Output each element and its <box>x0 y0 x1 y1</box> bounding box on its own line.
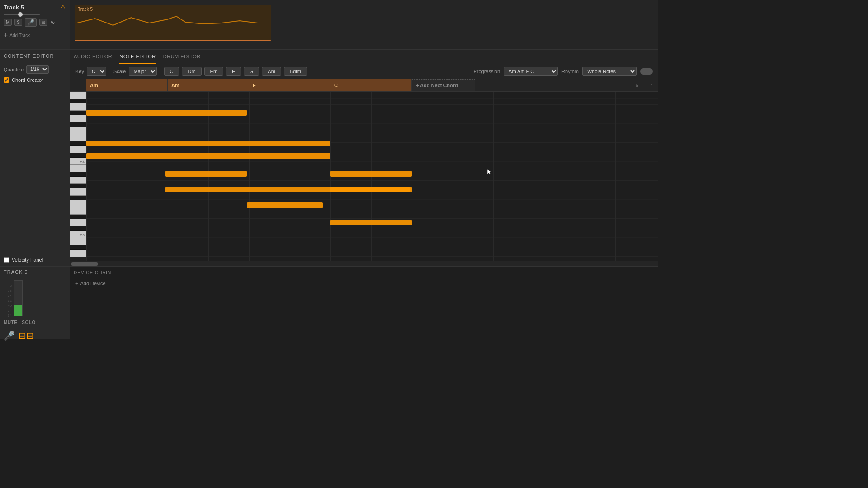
device-chain-header: DEVICE CHAIN <box>74 270 655 275</box>
chord-btn-Bdim[interactable]: Bdim <box>284 67 307 76</box>
mic-button[interactable]: 🎤 <box>25 18 37 27</box>
grid-h-line-6 <box>86 130 658 130</box>
tab-audio-editor[interactable]: AUDIO EDITOR <box>74 50 112 64</box>
piano-key-C#3[interactable] <box>70 226 86 231</box>
chord-btn-Am[interactable]: Am <box>262 67 281 76</box>
level-num-32: 32 <box>8 299 12 303</box>
chord-Am-2[interactable]: Am <box>168 79 249 91</box>
piano-key-C3[interactable]: C3 <box>70 231 86 238</box>
bottom-eq-icon[interactable]: ⊟⊟ <box>19 330 34 341</box>
add-track-plus[interactable]: + <box>4 31 8 39</box>
piano-key-C#4[interactable] <box>70 153 86 158</box>
note-bar-0[interactable] <box>86 110 247 116</box>
chord-btn-F[interactable]: F <box>226 67 241 76</box>
horizontal-scrollbar[interactable] <box>70 261 658 266</box>
piano-key-B2[interactable] <box>70 238 86 245</box>
piano-key-Bb2[interactable] <box>70 245 86 250</box>
toggle-switch[interactable] <box>640 68 653 75</box>
piano-key-F4[interactable] <box>70 127 86 134</box>
piano-key-Bb3[interactable] <box>70 172 86 177</box>
bottom-mute-btn[interactable]: MUTE <box>4 320 17 325</box>
scale-select[interactable]: MajorMinor <box>129 67 157 76</box>
chord-btn-Dm[interactable]: Dm <box>182 67 201 76</box>
velocity-panel-checkbox[interactable] <box>4 257 9 263</box>
chord-Am-1[interactable]: Am <box>86 79 168 91</box>
piano-key-D3[interactable] <box>70 219 86 226</box>
piano-key-Bb4[interactable] <box>70 99 86 103</box>
piano-key-G4[interactable] <box>70 115 86 122</box>
level-num-24: 24 <box>8 294 12 298</box>
track-title-row: Track 5 ⚠ <box>4 4 66 11</box>
scale-section: Scale MajorMinor <box>113 67 157 76</box>
key-select[interactable]: CDEFGAB <box>87 67 106 76</box>
chord-btn-G[interactable]: G <box>244 67 259 76</box>
piano-key-A4[interactable] <box>70 103 86 111</box>
note-bar-3[interactable] <box>165 171 247 177</box>
level-num-54: 54 <box>8 309 12 313</box>
piano-key-D4[interactable] <box>70 146 86 153</box>
notes-grid[interactable] <box>86 92 658 261</box>
mute-button[interactable]: M <box>4 19 12 26</box>
rhythm-select[interactable]: Whole Notes Half Notes Quarter Notes <box>582 67 637 76</box>
piano-key-Eb4[interactable] <box>70 141 86 146</box>
note-bar-6[interactable] <box>330 171 412 177</box>
tab-drum-editor[interactable]: DRUM EDITOR <box>163 50 201 64</box>
chord-btn-C[interactable]: C <box>164 67 179 76</box>
level-num-40: 40 <box>8 304 12 308</box>
grid-h-line-24 <box>86 244 658 244</box>
solo-button[interactable]: S <box>14 19 22 26</box>
piano-key-E3[interactable] <box>70 207 86 215</box>
bottom-solo-btn[interactable]: SOLO <box>22 320 35 325</box>
bottom-mic-icon[interactable]: 🎤 <box>4 330 15 341</box>
piano-key-F3[interactable] <box>70 200 86 207</box>
add-track-label: Add Track <box>9 33 30 38</box>
grid-v-line-12 <box>575 92 575 261</box>
velocity-panel-label: Velocity Panel <box>12 257 43 263</box>
piano-key-A2[interactable] <box>70 250 86 257</box>
note-bar-2[interactable] <box>86 153 330 159</box>
track-clip[interactable]: Track 5 <box>75 5 271 41</box>
grid-h-line-16 <box>86 193 658 193</box>
track-timeline[interactable]: Track 5 <box>70 0 658 49</box>
rhythm-label: Rhythm <box>561 69 579 74</box>
piano-keys: .pk-white { height:16px; background:#ccc… <box>70 92 86 261</box>
eq-button[interactable]: ⊟ <box>39 19 47 26</box>
bar-number-6: 6 <box>630 79 644 91</box>
piano-key-Ab3[interactable] <box>70 184 86 188</box>
piano-key-F#3[interactable] <box>70 196 86 200</box>
progression-select[interactable]: Am Am F C <box>504 67 558 76</box>
chord-creator-checkbox[interactable] <box>4 77 9 83</box>
grid-v-line-9 <box>453 92 453 261</box>
note-bar-5[interactable] <box>247 202 323 208</box>
piano-key-F#4[interactable] <box>70 122 86 127</box>
piano-key-G3[interactable] <box>70 188 86 196</box>
chord-C[interactable]: C <box>330 79 412 91</box>
note-bar-7[interactable] <box>330 187 412 192</box>
note-bar-8[interactable] <box>330 220 412 225</box>
add-device-button[interactable]: + Add Device <box>74 279 655 288</box>
piano-key-E4[interactable] <box>70 134 86 141</box>
piano-key-Eb3[interactable] <box>70 215 86 219</box>
scroll-thumb[interactable] <box>71 262 98 266</box>
chord-btn-Em[interactable]: Em <box>204 67 224 76</box>
piano-key-C4[interactable]: C4 <box>70 158 86 165</box>
note-bar-1[interactable] <box>86 141 330 146</box>
piano-key-B4[interactable] <box>70 92 86 99</box>
piano-key-A3[interactable] <box>70 177 86 184</box>
tab-note-editor[interactable]: NOTE EDITOR <box>119 50 156 64</box>
piano-key-Ab4[interactable] <box>70 111 86 115</box>
chord-creator-label: Chord Creator <box>12 77 43 83</box>
quantize-select[interactable]: 1/16 1/8 1/4 <box>26 65 49 74</box>
track-volume-slider[interactable] <box>4 14 40 15</box>
grid-h-line-7 <box>86 136 658 136</box>
piano-key-B3[interactable] <box>70 165 86 172</box>
add-next-chord[interactable]: + Add Next Chord <box>412 79 475 91</box>
chord-F[interactable]: F <box>249 79 330 91</box>
scale-label: Scale <box>113 69 126 74</box>
wave-button[interactable]: ∿ <box>50 19 55 26</box>
piano-notes-area: .pk-white { height:16px; background:#ccc… <box>70 92 658 261</box>
chord-buttons: C Dm Em F G Am Bdim <box>164 67 307 76</box>
grid-v-line-13 <box>615 92 616 261</box>
chord-toolbar: Key CDEFGAB Scale MajorMinor C Dm Em F G… <box>70 64 658 79</box>
progression-label: Progression <box>473 69 500 74</box>
